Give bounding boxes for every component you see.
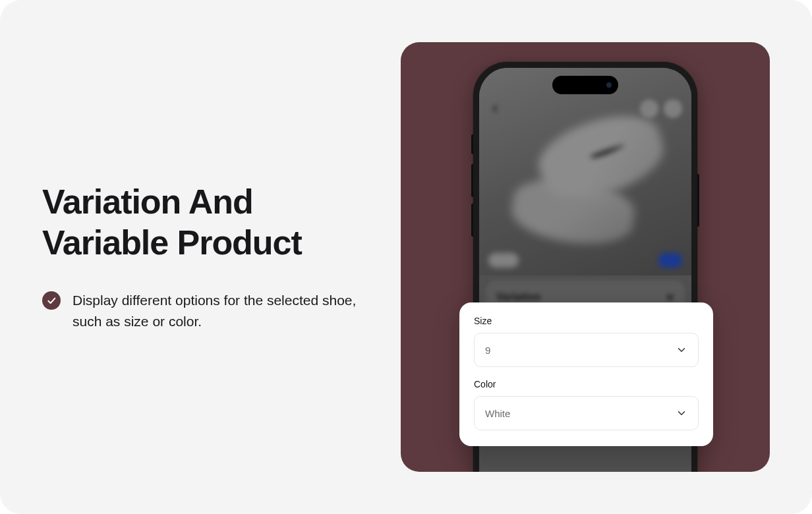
color-select[interactable]: White [474,396,699,430]
text-section: Variation And Variable Product Display d… [0,181,382,333]
size-select-value: 9 [485,345,490,356]
phone-side-button [471,134,473,154]
phone-side-button [471,164,473,197]
page-title: Variation And Variable Product [42,181,382,264]
chevron-down-icon [676,407,687,419]
feature-item: Display different options for the select… [42,290,382,333]
color-field-group: Color White [474,379,699,430]
size-label: Size [474,316,699,326]
showcase-card: Variation And Variable Product Display d… [0,0,812,514]
dynamic-island [552,76,618,94]
check-icon [42,291,61,310]
size-select[interactable]: 9 [474,333,699,367]
phone-side-button [697,174,699,227]
size-field-group: Size 9 [474,316,699,367]
color-select-value: White [485,408,510,419]
color-label: Color [474,379,699,389]
variation-card: Size 9 Color White [459,302,713,446]
feature-text: Display different options for the select… [72,290,382,333]
chevron-down-icon [676,344,687,356]
device-panel: Variation ✕ Buy Now Add to Cart Size 9 [401,42,770,472]
phone-side-button [471,204,473,237]
